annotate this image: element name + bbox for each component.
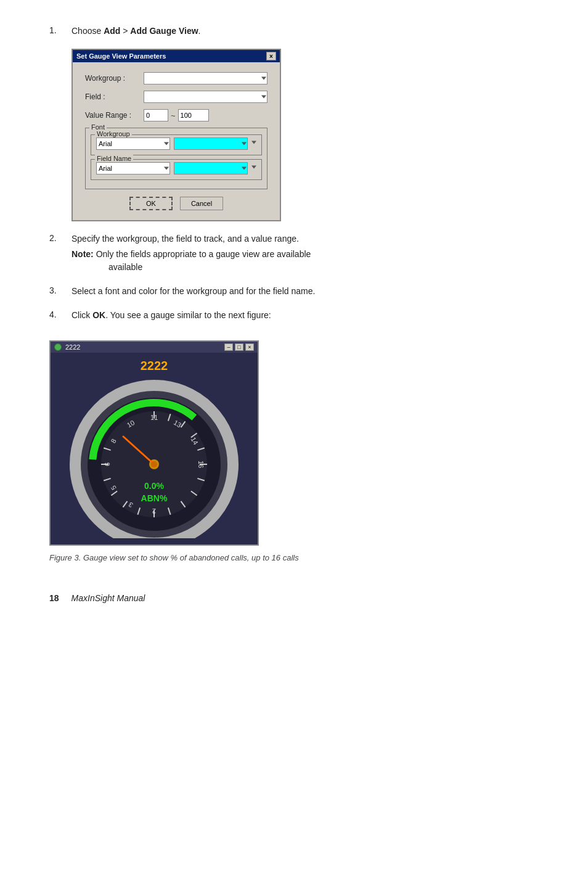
fieldname-font-select-wrapper: Arial	[96, 162, 170, 174]
figure-caption: Figure 3. Gauge view set to show % of ab…	[49, 553, 299, 562]
fieldname-font-label: Field Name	[95, 155, 133, 162]
gauge-title-left: 2222	[54, 343, 80, 351]
gauge-body: 2222	[51, 353, 258, 544]
value-range-row: Value Range : ~	[85, 109, 267, 121]
figure-wrapper: 2222 – □ × 2222	[49, 340, 539, 562]
gauge-window: 2222 – □ × 2222	[49, 340, 259, 546]
gauge-number-11: 11	[150, 414, 158, 421]
gauge-minimize-button[interactable]: –	[224, 343, 233, 351]
fieldname-font-select[interactable]: Arial	[96, 162, 170, 174]
gauge-number-2: 2	[152, 507, 156, 515]
gauge-number-16: 16	[197, 461, 205, 468]
step-4-bold: OK	[92, 310, 105, 320]
manual-name: MaxInSight Manual	[71, 593, 145, 603]
step-4-number: 4.	[49, 309, 71, 319]
step-3-content: Select a font and color for the workgrou…	[71, 285, 539, 298]
value-range-label: Value Range :	[85, 111, 144, 120]
workgroup-color-display	[174, 137, 248, 150]
step-1-bold1: Add	[104, 26, 120, 36]
step-4-text-after: . You see a gauge similar to the next fi…	[105, 310, 271, 320]
step-3: 3. Select a font and color for the workg…	[49, 285, 539, 298]
step-3-number: 3.	[49, 285, 71, 295]
field-row: Field :	[85, 91, 267, 103]
workgroup-row: Workgroup :	[85, 72, 267, 84]
dialog-titlebar: Set Gauge View Parameters ×	[73, 50, 280, 62]
step-1-text-mid: >	[120, 26, 130, 36]
page-footer: 18 MaxInSight Manual	[49, 593, 539, 603]
workgroup-font-label: Workgroup	[95, 130, 132, 137]
step-2: 2. Specify the workgroup, the field to t…	[49, 232, 539, 274]
field-label: Field :	[85, 92, 144, 101]
cancel-button[interactable]: Cancel	[180, 197, 223, 210]
fieldname-color-arrow2	[251, 165, 256, 168]
fieldname-font-subgroup: Field Name Arial	[91, 159, 262, 180]
step-4-text-before: Click	[71, 310, 92, 320]
gauge-value-label: 0.0%	[144, 481, 164, 491]
step-1-text-after: .	[198, 26, 201, 36]
dialog-close-button[interactable]: ×	[266, 52, 276, 60]
workgroup-font-subgroup: Workgroup Arial	[91, 134, 262, 155]
step-1-bold2: Add Gauge View	[130, 26, 198, 36]
workgroup-select-wrapper	[144, 72, 267, 84]
step-1-content: Choose Add > Add Gauge View.	[71, 25, 539, 38]
note-text: Only the fields appropriate to a gauge v…	[94, 249, 311, 259]
step-3-text: Select a font and color for the workgrou…	[71, 286, 315, 296]
gauge-title-buttons: – □ ×	[224, 343, 254, 351]
step-1: 1. Choose Add > Add Gauge View.	[49, 25, 539, 38]
gauge-workgroup-label: 2222	[141, 359, 168, 373]
dialog-wrapper: Set Gauge View Parameters × Workgroup : …	[71, 49, 539, 221]
dialog-buttons: OK Cancel	[85, 193, 267, 213]
workgroup-font-select[interactable]: Arial	[96, 137, 170, 150]
step-2-note: Note: Only the fields appropriate to a g…	[71, 248, 539, 274]
step-2-number: 2.	[49, 232, 71, 243]
step-2-text: Specify the workgroup, the field to trac…	[71, 234, 299, 244]
workgroup-color-arrow2	[251, 141, 256, 144]
step-1-text-before: Choose	[71, 26, 104, 36]
workgroup-font-select-wrapper: Arial	[96, 137, 170, 150]
svg-point-23	[151, 461, 157, 467]
step-2-content: Specify the workgroup, the field to trac…	[71, 232, 539, 274]
note-indent: available	[108, 261, 539, 274]
ok-button[interactable]: OK	[129, 197, 173, 210]
gauge-close-button[interactable]: ×	[245, 343, 254, 351]
workgroup-color-select-wrapper	[174, 137, 248, 150]
gauge-svg: 8 10 11 13 14 16 6 5 3 2	[68, 378, 240, 538]
fieldname-font-row: Arial	[96, 162, 256, 174]
value-range-inputs: ~	[144, 109, 209, 121]
step-1-number: 1.	[49, 25, 71, 35]
step-4: 4. Click OK. You see a gauge similar to …	[49, 309, 539, 322]
value-range-from-input[interactable]	[144, 109, 168, 121]
gauge-number-6: 6	[104, 462, 111, 466]
gauge-field-label: ABN%	[141, 493, 168, 503]
dialog-title: Set Gauge View Parameters	[76, 52, 166, 60]
fieldname-color-select-wrapper	[174, 162, 248, 174]
fieldname-color-display	[174, 162, 248, 174]
value-range-to-input[interactable]	[178, 109, 209, 121]
field-select-wrapper	[144, 91, 267, 103]
workgroup-label: Workgroup :	[85, 74, 144, 83]
field-select[interactable]	[144, 91, 267, 103]
gauge-titlebar: 2222 – □ ×	[51, 342, 258, 353]
gauge-window-icon	[54, 343, 62, 351]
dialog-body: Workgroup : Field :	[73, 62, 280, 220]
font-group: Font Workgroup Arial	[85, 128, 267, 189]
note-label: Note:	[71, 249, 94, 259]
gauge-svg-wrapper: 8 10 11 13 14 16 6 5 3 2	[68, 378, 240, 538]
gauge-window-title: 2222	[65, 343, 80, 351]
step-4-content: Click OK. You see a gauge similar to the…	[71, 309, 539, 322]
page-number: 18	[49, 593, 59, 603]
value-range-tilde: ~	[171, 111, 176, 120]
workgroup-select[interactable]	[144, 72, 267, 84]
workgroup-font-row: Arial	[96, 137, 256, 150]
gauge-restore-button[interactable]: □	[235, 343, 243, 351]
set-gauge-dialog: Set Gauge View Parameters × Workgroup : …	[71, 49, 281, 221]
